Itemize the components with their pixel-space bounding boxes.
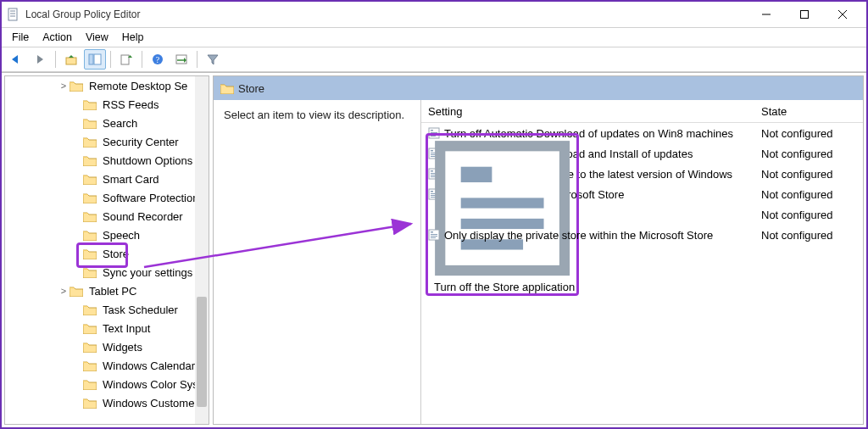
setting-state: Not configured	[756, 127, 863, 140]
svg-rect-43	[431, 236, 437, 237]
folder-icon	[83, 192, 97, 203]
setting-state: Not configured	[756, 188, 863, 201]
minimize-button[interactable]	[747, 2, 785, 27]
tree-item[interactable]: Search	[5, 114, 209, 132]
setting-name: Only display the private store within th…	[444, 229, 713, 242]
details-header: Store	[214, 76, 863, 100]
tree-item-label: Task Scheduler	[101, 304, 178, 316]
svg-rect-0	[8, 8, 17, 20]
expander-icon[interactable]: >	[58, 81, 70, 91]
folder-icon	[220, 83, 234, 94]
tree-item-label: Text Input	[101, 322, 150, 335]
tree-item-label: Store	[101, 248, 129, 260]
tree-item[interactable]: Windows Color Syst	[5, 375, 209, 393]
folder-icon	[83, 267, 97, 278]
folder-icon	[83, 99, 97, 110]
svg-rect-16	[431, 130, 433, 131]
toolbar: ?	[2, 47, 866, 72]
setting-row[interactable]: Turn off the Store applicationNot config…	[421, 204, 863, 225]
tree-item-label: Windows Calendar	[101, 359, 195, 372]
tree-item[interactable]: Store	[5, 244, 209, 263]
folder-icon	[83, 248, 97, 259]
tree-item-label: Remote Desktop Se	[87, 80, 187, 92]
tree-item[interactable]: Sound Recorder	[5, 207, 209, 226]
show-hide-tree-button[interactable]	[84, 49, 106, 70]
tree-item[interactable]: Speech	[5, 226, 209, 244]
tree-item[interactable]: RSS Feeds	[5, 95, 209, 114]
setting-state: Not configured	[756, 229, 863, 242]
tree-item-label: Speech	[101, 229, 140, 242]
folder-icon	[83, 211, 97, 222]
tree-item[interactable]: >Remote Desktop Se	[5, 76, 209, 95]
tree-scroll-thumb[interactable]	[197, 297, 207, 407]
tree-item-label: Tablet PC	[87, 285, 136, 298]
tree-item-label: RSS Feeds	[101, 98, 159, 111]
tree-item[interactable]: Shutdown Options	[5, 151, 209, 170]
svg-rect-5	[800, 11, 808, 19]
folder-icon	[83, 379, 97, 390]
menu-action[interactable]: Action	[36, 30, 79, 45]
tree-item[interactable]: Sync your settings	[5, 263, 209, 281]
tree-item[interactable]: Widgets	[5, 337, 209, 356]
svg-rect-44	[431, 237, 436, 238]
settings-grid: Setting State Turn off Automatic Downloa…	[421, 100, 863, 424]
svg-rect-36	[461, 167, 492, 182]
back-button[interactable]	[5, 49, 27, 70]
column-setting[interactable]: Setting	[421, 105, 756, 118]
properties-button[interactable]	[170, 49, 192, 70]
svg-rect-41	[431, 231, 433, 233]
policy-icon	[430, 136, 575, 281]
tree-item[interactable]: Software Protection	[5, 188, 209, 207]
menu-bar: File Action View Help	[2, 28, 866, 47]
description-panel: Select an item to view its description.	[214, 100, 421, 424]
tree-item[interactable]: Text Input	[5, 319, 209, 337]
tree-item[interactable]: Windows Calendar	[5, 356, 209, 375]
menu-view[interactable]: View	[79, 30, 115, 45]
folder-icon	[83, 136, 97, 148]
grid-header: Setting State	[421, 100, 863, 123]
folder-icon	[83, 304, 97, 315]
svg-rect-9	[89, 54, 93, 64]
app-icon	[7, 8, 20, 21]
folder-icon	[70, 286, 83, 297]
svg-rect-38	[461, 219, 544, 229]
tree-item[interactable]: >Tablet PC	[5, 281, 209, 300]
tree-item-label: Software Protection	[101, 192, 198, 204]
up-button[interactable]	[60, 49, 82, 70]
setting-highlight: Turn off the Store application	[426, 133, 579, 296]
svg-rect-37	[461, 198, 544, 208]
tree-item-label: Windows Customer	[101, 397, 198, 410]
tree-scrollbar[interactable]	[195, 76, 209, 424]
folder-icon	[83, 118, 97, 129]
close-button[interactable]	[823, 2, 861, 27]
forward-button[interactable]	[29, 49, 51, 70]
folder-icon	[83, 174, 97, 185]
policy-icon	[428, 229, 440, 241]
export-button[interactable]	[115, 49, 137, 70]
tree-item[interactable]: Security Center	[5, 132, 209, 151]
svg-rect-10	[94, 54, 101, 64]
setting-state: Not configured	[756, 148, 863, 160]
tree-item[interactable]: Windows Customer	[5, 393, 209, 412]
filter-button[interactable]	[202, 49, 224, 70]
folder-icon	[83, 398, 97, 409]
maximize-button[interactable]	[785, 2, 823, 27]
window-title: Local Group Policy Editor	[25, 8, 140, 20]
tree-item[interactable]: Task Scheduler	[5, 300, 209, 319]
tree-item-label: Sync your settings	[101, 266, 192, 279]
help-button[interactable]: ?	[147, 49, 169, 70]
tree-item-label: Shutdown Options	[101, 154, 192, 167]
tree-item-label: Search	[101, 117, 137, 130]
tree-item-label: Sound Recorder	[101, 210, 183, 223]
svg-text:?: ?	[156, 55, 160, 64]
setting-state: Not configured	[756, 209, 863, 221]
expander-icon[interactable]: >	[58, 286, 70, 296]
menu-file[interactable]: File	[5, 30, 36, 45]
description-text: Select an item to view its description.	[224, 109, 404, 121]
tree-item-label: Security Center	[101, 136, 179, 148]
details-header-title: Store	[238, 82, 264, 95]
column-state[interactable]: State	[756, 105, 863, 118]
menu-help[interactable]: Help	[115, 30, 151, 45]
svg-rect-11	[121, 55, 129, 64]
tree-item[interactable]: Smart Card	[5, 170, 209, 188]
